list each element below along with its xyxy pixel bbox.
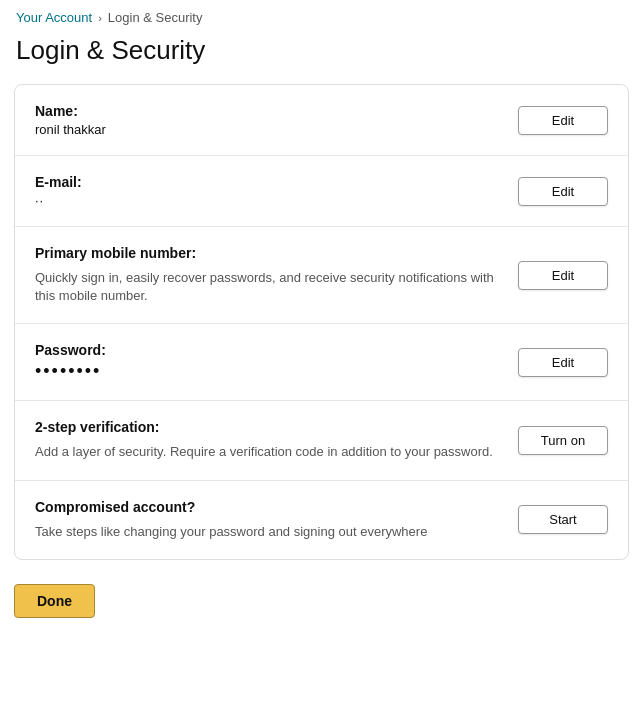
password-row: Password: •••••••• Edit (15, 324, 628, 401)
mobile-label: Primary mobile number: (35, 245, 498, 261)
email-edit-button[interactable]: Edit (518, 177, 608, 206)
password-content: Password: •••••••• (35, 342, 518, 382)
breadcrumb-current: Login & Security (108, 10, 203, 25)
compromised-row: Compromised account? Take steps like cha… (15, 481, 628, 559)
password-label: Password: (35, 342, 498, 358)
name-value: ronil thakkar (35, 122, 498, 137)
page-title: Login & Security (0, 31, 643, 84)
email-value: ·· (35, 193, 498, 208)
two-step-content: 2-step verification: Add a layer of secu… (35, 419, 518, 461)
compromised-label: Compromised account? (35, 499, 498, 515)
email-content: E-mail: ·· (35, 174, 518, 208)
two-step-row: 2-step verification: Add a layer of secu… (15, 401, 628, 480)
email-row: E-mail: ·· Edit (15, 156, 628, 227)
done-button[interactable]: Done (14, 584, 95, 618)
two-step-description: Add a layer of security. Require a verif… (35, 443, 498, 461)
breadcrumb: Your Account › Login & Security (0, 0, 643, 31)
compromised-description: Take steps like changing your password a… (35, 523, 498, 541)
name-row: Name: ronil thakkar Edit (15, 85, 628, 156)
mobile-edit-button[interactable]: Edit (518, 261, 608, 290)
mobile-content: Primary mobile number: Quickly sign in, … (35, 245, 518, 305)
name-content: Name: ronil thakkar (35, 103, 518, 137)
mobile-row: Primary mobile number: Quickly sign in, … (15, 227, 628, 324)
email-label: E-mail: (35, 174, 498, 190)
two-step-label: 2-step verification: (35, 419, 498, 435)
name-edit-button[interactable]: Edit (518, 106, 608, 135)
password-edit-button[interactable]: Edit (518, 348, 608, 377)
breadcrumb-parent-link[interactable]: Your Account (16, 10, 92, 25)
breadcrumb-separator: › (98, 12, 102, 24)
password-value: •••••••• (35, 361, 498, 382)
mobile-description: Quickly sign in, easily recover password… (35, 269, 498, 305)
name-label: Name: (35, 103, 498, 119)
compromised-start-button[interactable]: Start (518, 505, 608, 534)
two-step-turn-on-button[interactable]: Turn on (518, 426, 608, 455)
compromised-content: Compromised account? Take steps like cha… (35, 499, 518, 541)
security-card: Name: ronil thakkar Edit E-mail: ·· Edit… (14, 84, 629, 560)
